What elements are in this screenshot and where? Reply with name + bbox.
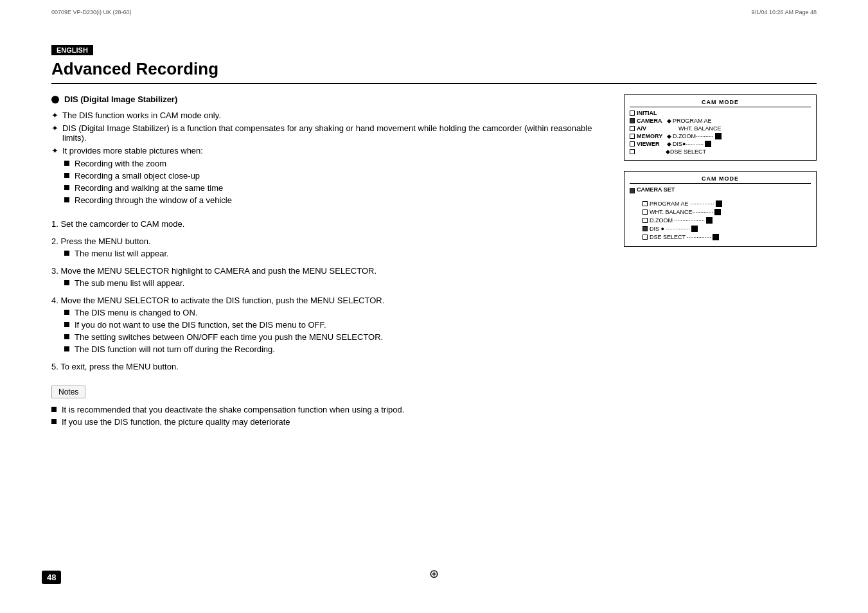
cam-checkbox-initial [630,111,635,116]
step-4-bullet-3: The setting switches between ON/OFF each… [64,332,605,342]
intro-text-2: DIS (Digital Image Stabilizer) is a func… [62,123,605,143]
cam-checkbox-camera-set [630,188,635,193]
intro-item-3: ✦ It provides more stable pictures when: [51,146,605,155]
step-1: 1. Set the camcorder to CAM mode. [51,219,605,229]
step-4-bullet-1: The DIS menu is changed to ON. [64,308,605,317]
step-5: 5. To exit, press the MENU button. [51,362,605,371]
step-4-bullet-4: The DIS function will not turn off durin… [64,344,605,354]
sq-icon-s4b [64,322,69,327]
cam-block-memory [715,133,722,139]
note-2: If you use the DIS function, the picture… [51,417,605,427]
cam-block-viewer [705,141,711,147]
cam-checkbox-dse [630,149,635,154]
step-1-text: 1. Set the camcorder to CAM mode. [51,219,605,229]
section-heading-text: DIS (Digital Image Stabilizer) [64,94,177,104]
note-text-1: It is recommended that you deactivate th… [62,405,404,414]
cam-mode-title-1: CAM MODE [630,99,811,107]
cam-checkbox2-dseselect [642,235,648,240]
sub-bullet-text-3: Recording and walking at the same time [75,183,223,193]
cam-checkbox2-dis [642,226,648,231]
notes-box: Notes [51,386,85,398]
sub-bullet-4: Recording through the window of a vehicl… [64,195,605,205]
cam-row2-programae: PROGRAM AE ··············· [642,200,811,207]
cam-row-dse: ◆DSE SELECT [630,148,811,155]
step-3: 3. Move the MENU SELECTOR highlight to C… [51,266,605,288]
step-2-bullet: The menu list will appear. [64,249,605,258]
sq-icon-s3 [64,280,69,285]
sq-icon-2 [64,173,69,178]
sub-bullet-1: Recording with the zoom [64,159,605,168]
content-layout: DIS (Digital Image Stabilizer) ✦ The DIS… [51,94,817,429]
cam-checkbox2-programae [642,201,648,206]
sub-bullet-2: Recording a small object close-up [64,171,605,181]
cam-mode-box-1: CAM MODE INITIAL CAMERA ◆ PROGRAM AE [624,94,817,161]
sq-icon-n2 [51,419,57,424]
cross-icon-3: ✦ [51,146,58,155]
page-header-info: 00709E VP-D230(i) UK (28-60) 9/1/04 10:2… [51,9,817,15]
sq-icon-4 [64,197,69,202]
intro-item-2: ✦ DIS (Digital Image Stabilizer) is a fu… [51,123,605,143]
step-3-bullet: The sub menu list will appear. [64,278,605,288]
step-5-text: 5. To exit, press the MENU button. [51,362,605,371]
intro-item-1: ✦ The DIS function works in CAM mode onl… [51,111,605,120]
english-badge: ENGLISH [51,45,93,55]
cross-icon-1: ✦ [51,111,58,120]
cam-row-memory: MEMORY ◆ D.ZOOM··········· [630,133,811,139]
cam-checkbox-memory [630,134,635,139]
cam-checkbox-av [630,126,635,131]
cam-row2-dis: DIS ● ··············· [642,226,811,232]
cam-row2-whtbalance: WHT. BALANCE············· [642,209,811,215]
cam-row2-dseselect: DSE SELECT ··············· [642,234,811,240]
sub-bullet-3: Recording and walking at the same time [64,183,605,193]
sq-icon-s4a [64,310,69,315]
cam-mode-box-2: CAM MODE CAMERA SET PROGRAM AE ·········… [624,171,817,247]
step-3-text: 3. Move the MENU SELECTOR highlight to C… [51,266,605,276]
step-4-text: 4. Move the MENU SELECTOR to activate th… [51,296,605,305]
note-text-2: If you use the DIS function, the picture… [62,417,290,427]
sub-bullet-text-1: Recording with the zoom [75,159,166,168]
cam-mode-title-2: CAM MODE [630,175,811,184]
step-4: 4. Move the MENU SELECTOR to activate th… [51,296,605,354]
sub-bullet-text-2: Recording a small object close-up [75,171,200,181]
sq-icon-1 [64,161,69,166]
right-column: CAM MODE INITIAL CAMERA ◆ PROGRAM AE [624,94,817,429]
page-title: Advanced Recording [51,59,817,84]
step-4-bullet-2: If you do not want to use the DIS functi… [64,320,605,330]
page-number: 48 [42,571,61,584]
cam-checkbox2-whtbalance [642,209,648,215]
sq-icon-s4d [64,346,69,351]
section-heading: DIS (Digital Image Stabilizer) [51,94,605,104]
sq-icon-s2 [64,251,69,256]
page-container: 00709E VP-D230(i) UK (28-60) 9/1/04 10:2… [0,0,868,613]
sq-icon-s4c [64,334,69,339]
step-2: 2. Press the MENU button. The menu list … [51,236,605,258]
cam-row-initial: INITIAL [630,110,811,116]
intro-text-3: It provides more stable pictures when: [62,146,203,155]
cam-row2-dzoom: D.ZOOM ··················· [642,217,811,224]
bullet-circle-icon [51,96,59,103]
sq-icon-n1 [51,407,57,412]
left-column: DIS (Digital Image Stabilizer) ✦ The DIS… [51,94,605,429]
step-2-text: 2. Press the MENU button. [51,236,605,246]
note-1: It is recommended that you deactivate th… [51,405,605,414]
cam-row-viewer: VIEWER ◆ DIS●··········· [630,141,811,147]
sq-icon-3 [64,185,69,190]
header-left: 00709E VP-D230(i) UK (28-60) [51,9,132,15]
sub-bullet-text-4: Recording through the window of a vehicl… [75,195,232,205]
cam-section-label: CAMERA SET [630,186,811,195]
cam-checkbox-viewer [630,141,635,147]
intro-text-1: The DIS function works in CAM mode only. [62,111,221,120]
header-right: 9/1/04 10:26 AM Page 48 [751,9,817,15]
cam-checkbox-camera [630,118,635,123]
cross-icon-2: ✦ [51,123,58,133]
cam-checkbox2-dzoom [642,218,648,223]
crosshair-bottom-icon [429,567,439,581]
cam-row-av: A/V WHT. BALANCE [630,125,811,132]
cam-row-camera: CAMERA ◆ PROGRAM AE [630,118,811,124]
